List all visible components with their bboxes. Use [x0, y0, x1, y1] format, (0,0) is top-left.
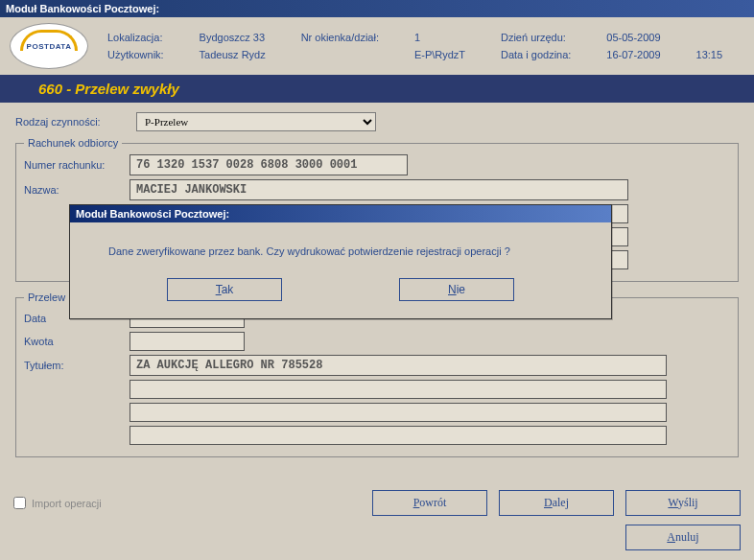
dialog-yes-button[interactable]: Tak	[167, 278, 282, 301]
title-line4[interactable]	[130, 426, 667, 445]
postdata-logo: POSTDATA	[10, 23, 88, 69]
user-value: Tadeusz Rydz	[200, 49, 288, 60]
amount-field[interactable]	[130, 332, 245, 351]
dialog-title: Moduł Bankowości Pocztowej:	[70, 205, 611, 222]
loc-label: Lokalizacja:	[107, 32, 186, 43]
window-label: Nr okienka/dział:	[301, 32, 401, 43]
date-value: 16-07-2009	[606, 49, 682, 60]
title-field[interactable]: ZA AUKCJĘ ALLEGRO NR 785528	[130, 355, 667, 376]
dialog-no-button[interactable]: Nie	[399, 278, 514, 301]
type-select[interactable]: P-Przelew	[136, 112, 376, 131]
loc-value: Bydgoszcz 33	[200, 32, 288, 43]
datetime-label: Data i godzina:	[501, 49, 593, 60]
import-label: Import operacji	[32, 498, 102, 509]
send-button[interactable]: Wyślij	[625, 490, 741, 516]
app-titlebar: Moduł Bankowości Pocztowej:	[0, 0, 754, 17]
button-bar-2: Anuluj	[625, 525, 741, 550]
window-value: 1	[414, 32, 487, 43]
title-line3[interactable]	[130, 403, 667, 422]
office-date-label: Dzień urzędu:	[501, 32, 593, 43]
header-info: Lokalizacja: Bydgoszcz 33 Nr okienka/dzi…	[107, 32, 744, 60]
recipient-legend: Rachunek odbiorcy	[24, 137, 122, 149]
confirm-dialog: Moduł Bankowości Pocztowej: Dane zweryfi…	[69, 204, 612, 319]
office-date-value: 05-05-2009	[606, 32, 682, 43]
button-bar-1: Import operacji Powrót Dalej Wyślij	[0, 482, 754, 525]
account-field[interactable]: 76 1320 1537 0028 6808 3000 0001	[130, 154, 408, 175]
name-field[interactable]: MACIEJ JANKOWSKI	[130, 179, 628, 200]
type-label: Rodzaj czynności:	[15, 116, 130, 128]
name-label: Nazwa:	[24, 184, 130, 196]
page-title: 660 - Przelew zwykły	[0, 75, 754, 103]
user-label: Użytkownik:	[107, 49, 186, 60]
ep-value: E-P\RydzT	[414, 49, 487, 60]
dialog-message: Dane zweryfikowane przez bank. Czy wydru…	[70, 222, 611, 272]
title-line2[interactable]	[130, 380, 667, 399]
time-value: 13:15	[696, 49, 744, 60]
amount-label: Kwota	[24, 336, 130, 347]
account-label: Numer rachunku:	[24, 159, 130, 171]
header-band: POSTDATA Lokalizacja: Bydgoszcz 33 Nr ok…	[0, 17, 754, 75]
import-checkbox[interactable]: Import operacji	[13, 497, 102, 509]
cancel-button[interactable]: Anuluj	[625, 525, 741, 550]
back-button[interactable]: Powrót	[372, 490, 487, 516]
title-label: Tytułem:	[24, 360, 130, 371]
transfer-legend: Przelew	[24, 292, 69, 303]
import-checkbox-input[interactable]	[13, 497, 26, 509]
next-button[interactable]: Dalej	[499, 490, 614, 516]
